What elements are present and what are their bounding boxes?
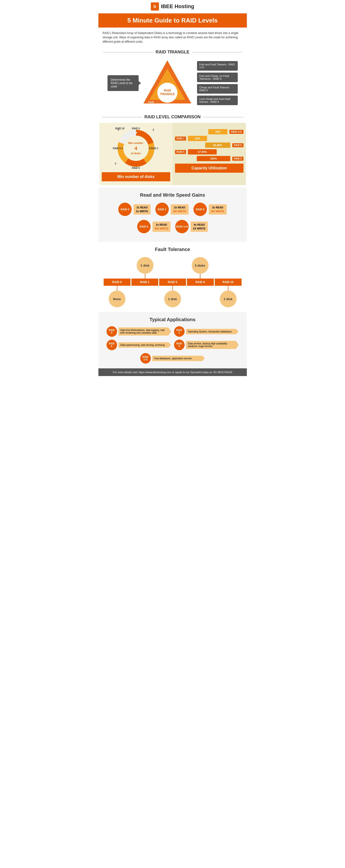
ft-bottom-conn-raid5 (172, 286, 173, 290)
read-write-row-2: RAID 6 2x READ NO WRITE RAID 1+0 4x READ… (101, 220, 245, 233)
app-circle-raid6: RAID6 (174, 340, 185, 350)
ft-connector-2disks (200, 274, 200, 279)
ft-circle-2disks: 2 disks (192, 257, 209, 274)
cap-row-raid1: RAID 1 50% (175, 136, 244, 141)
cap-row-raid5: RAID 5 67-94% (175, 149, 244, 154)
cap-bar-raid5: 67-94% (188, 149, 217, 154)
app-desc-raid6: Data archive, backup,high availability s… (186, 341, 239, 349)
svg-text:Cheap: Cheap (182, 104, 189, 106)
app-item-raid5: RAID5 Data warehousing, web serving, arc… (106, 340, 171, 350)
donut-raid5-num: 3 (115, 162, 116, 165)
min-disks-panel: Min number 4 of disks RAID 0 2 2 RAID 1 … (99, 123, 172, 185)
cap-bar-raid10: 50% (208, 129, 227, 134)
logo-icon: b (151, 2, 159, 10)
donut-label: Min number 4 of disks (128, 141, 143, 155)
rw-circle-raid6: RAID 6 (137, 220, 151, 233)
ft-connector-1disk (145, 274, 145, 279)
donut-raid0-label: RAID 0 (132, 127, 140, 130)
cap-row-raid10: 50% RAID 1+0 (175, 129, 244, 134)
rw-circle-raid10: RAID 1+0 (175, 220, 189, 233)
triangle-left-label: Determines the RAID Level to be used (107, 75, 138, 91)
brand-name: IBEE Hosting (161, 3, 194, 9)
app-item-raid0: RAID0 High End Workstations, data loggin… (106, 326, 171, 337)
footer: For more details visit: https://www.ibee… (98, 368, 247, 376)
triangle-right-labels: Fast and Fault Tolerant - RAID 1+0 Fast … (197, 61, 238, 105)
ft-mid-row: RAID 0 RAID 1 RAID 5 RAID 6 RAID 10 (103, 279, 242, 286)
app-circle-raid5: RAID5 (106, 340, 117, 350)
ft-top-1disk: 1 disk (137, 257, 154, 279)
applications-section: Typical Applications RAID0 High End Work… (98, 312, 247, 368)
read-write-section: Read and Write Speed Gains RAID 0 2x REA… (98, 188, 247, 242)
rw-item-raid10: RAID 1+0 4x READ 2X WRITE (175, 220, 208, 233)
ft-circle-1disk: 1 disk (137, 257, 154, 274)
donut-raid6-label: RAID 6 4 (113, 147, 123, 150)
svg-text:RAID 5: RAID 5 (163, 103, 171, 106)
svg-text:RAID: RAID (164, 89, 171, 92)
cap-label-raid0: RAID 0 (232, 157, 244, 161)
ft-circle-1disk-raid5: 1 disk (164, 290, 181, 307)
svg-text:Tolerant: Tolerant (146, 104, 156, 106)
app-desc-raid5: Data warehousing, web serving, archiving (119, 342, 171, 348)
donut-raid0-num: 2 (153, 129, 154, 131)
app-desc-raid1: Operating System, transaction databases (186, 329, 239, 334)
min-disks-footer-label: Min number of disks (102, 172, 170, 181)
cap-label-raid5: RAID 5 (175, 150, 186, 154)
donut-raid5-label: RAID 5 (132, 167, 140, 169)
rw-circle-raid5: RAID 5 (193, 203, 207, 216)
capacity-panel: 50% RAID 1+0 RAID 1 50% 50-80% RAID 6 (172, 123, 246, 185)
rw-box-raid6: 2x READ NO WRITE (153, 222, 170, 232)
rw-circle-raid1: RAID 1 (155, 203, 169, 216)
ft-top-2disks: 2 disks (192, 257, 209, 279)
right-label-3: Cheap and Fault Tolerant - RAID 5 (197, 84, 238, 94)
app-circle-raid0: RAID0 (106, 326, 117, 337)
rw-box-raid0: 2x READ 2x WRITE (134, 204, 151, 215)
rw-item-raid5: RAID 5 2x READ NO WRITE (193, 203, 227, 216)
cap-label-raid10: RAID 1+0 (229, 130, 243, 134)
rw-box-raid10: 4x READ 2X WRITE (191, 222, 208, 232)
ft-bottom-1disk-raid5: 1 disk (159, 290, 187, 307)
applications-grid: RAID0 High End Workstations, data loggin… (101, 326, 245, 364)
svg-text:TRIANGLE: TRIANGLE (160, 92, 175, 96)
ft-bottom-conn-raid10 (228, 286, 228, 290)
cap-row-raid0: 100% RAID 0 (175, 156, 244, 161)
app-desc-raid0: High End Workstations, data logging, rea… (119, 328, 171, 336)
donut-chart: Min number 4 of disks RAID 0 2 2 RAID 1 … (115, 127, 158, 170)
ft-bottom-row: None 1 disk 1 disk (103, 290, 242, 307)
donut-raid1-label: 2 RAID 1 (149, 147, 158, 150)
rw-item-raid6: RAID 6 2x READ NO WRITE (137, 220, 170, 233)
comparison-header: RAID LEVEL COMPARISON (99, 115, 246, 120)
fault-tolerance-header: Fault Tolerance (101, 247, 245, 252)
donut-raid10-label: RAID 10 (116, 127, 125, 130)
fault-tolerance-diagram: 1 disk 2 disks RAID 0 RAID 1 RAID 5 RAID… (101, 257, 245, 307)
rw-box-raid5: 2x READ NO WRITE (209, 204, 227, 215)
cap-row-raid6: 50-80% RAID 6 (175, 143, 244, 148)
app-item-raid10: RAID1+0 Fast databases, application serv… (140, 353, 205, 364)
comparison-grid: Min number 4 of disks RAID 0 2 2 RAID 1 … (99, 123, 246, 185)
intro-text: RAID ( Redundant Array of Independent Di… (98, 28, 247, 47)
triangle-svg: Fast RAID 1+0 RAID 0 Fault Tolerant RAID… (141, 58, 194, 108)
app-item-raid6: RAID6 Data archive, backup,high availabi… (174, 340, 239, 350)
ft-box-raid10: RAID 10 (215, 279, 242, 286)
ft-top-row: 1 disk 2 disks (103, 257, 242, 279)
raid-triangle-section: RAID TRIANGLE Determines the RAID Level … (98, 50, 247, 112)
rw-box-raid1: 2x READ NO WRITE (171, 204, 189, 215)
app-desc-raid10: Fast databases, application servers (152, 356, 205, 361)
ft-box-raid5: RAID 5 (159, 279, 186, 286)
triangle-container: Determines the RAID Level to be used Fas… (101, 58, 245, 108)
cap-label-raid6: RAID 6 (232, 143, 244, 147)
right-label-2: Fast and Cheap, no Fault Tolerance - RAI… (197, 72, 238, 82)
comparison-section: RAID LEVEL COMPARISON Min number (98, 115, 247, 188)
app-item-raid1: RAID1 Operating System, transaction data… (174, 326, 239, 337)
cap-bar-raid1: 50% (188, 136, 207, 141)
read-write-row-1: RAID 0 2x READ 2x WRITE RAID 1 2x READ N… (101, 203, 245, 216)
read-write-header: Read and Write Speed Gains (101, 192, 245, 198)
page-title: 5 Minute Guide to RAID Levels (98, 13, 247, 28)
app-circle-raid1: RAID1 (174, 326, 185, 337)
cap-label-raid1: RAID 1 (175, 136, 186, 141)
ft-bottom-connectors (103, 286, 242, 290)
rw-item-raid1: RAID 1 2x READ NO WRITE (155, 203, 189, 216)
ft-box-raid0: RAID 0 (104, 279, 130, 286)
svg-text:Fault: Fault (148, 101, 154, 103)
cap-bar-raid6: 50-80% (205, 143, 230, 148)
header: b IBEE Hosting (98, 0, 247, 13)
